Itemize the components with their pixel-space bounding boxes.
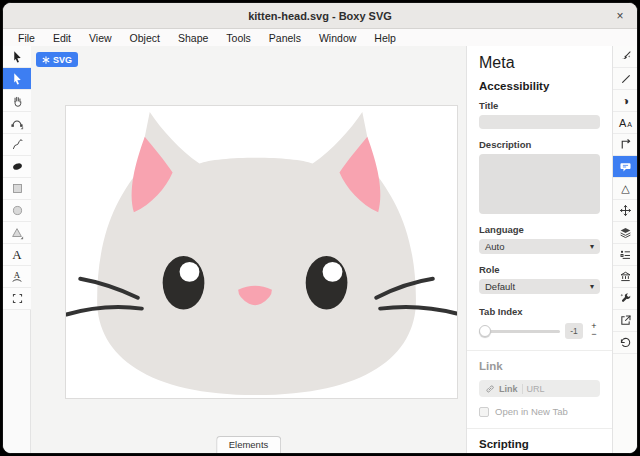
- url-placeholder: URL: [527, 384, 545, 394]
- slider-track: [479, 330, 560, 333]
- polygon-tool-button[interactable]: [3, 222, 31, 244]
- menu-object[interactable]: Object: [121, 32, 169, 44]
- edit-points-tool-button[interactable]: [3, 68, 31, 90]
- menu-edit[interactable]: Edit: [44, 32, 80, 44]
- decrement-button[interactable]: −: [588, 331, 600, 339]
- hand-icon: [11, 94, 24, 108]
- tab-stroke[interactable]: [613, 68, 638, 90]
- description-textarea[interactable]: [479, 154, 600, 214]
- menu-tools[interactable]: Tools: [217, 32, 260, 44]
- rectangle-tool-button[interactable]: [3, 178, 31, 200]
- tab-fill[interactable]: [613, 46, 638, 68]
- right-eye-highlight[interactable]: [323, 262, 343, 282]
- menu-file[interactable]: File: [9, 32, 44, 44]
- kitten-drawing[interactable]: [66, 106, 457, 398]
- panel-tab-strip: ◑ AA △: [612, 46, 637, 453]
- tab-defs[interactable]: [613, 266, 638, 288]
- role-value: Default: [485, 281, 515, 292]
- paint-brush-icon: [619, 50, 632, 63]
- language-select[interactable]: Auto ▾: [479, 239, 600, 254]
- chevron-down-icon: ▾: [590, 282, 594, 291]
- menu-view[interactable]: View: [80, 32, 121, 44]
- svg-chip-label: SVG: [53, 55, 72, 65]
- text-on-path-icon: A: [10, 270, 24, 284]
- menu-panels[interactable]: Panels: [260, 32, 310, 44]
- blob-tool-button[interactable]: [3, 156, 31, 178]
- stroke-line-icon: [620, 73, 632, 85]
- wrench-sparkle-icon: [619, 292, 632, 305]
- path-tool-button[interactable]: [3, 112, 31, 134]
- tab-objects[interactable]: [613, 244, 638, 266]
- title-field-label: Title: [479, 100, 600, 111]
- svg-text:A: A: [14, 270, 21, 280]
- move-arrows-icon: [619, 204, 632, 217]
- open-new-tab-label: Open in New Tab: [495, 406, 568, 417]
- select-tool-button[interactable]: [3, 46, 31, 68]
- tab-shape[interactable]: △: [613, 178, 638, 200]
- menu-bar: File Edit View Object Shape Tools Panels…: [3, 29, 637, 46]
- section-divider: [467, 428, 612, 429]
- title-input[interactable]: [479, 115, 600, 129]
- select-cursor-icon: [11, 50, 24, 64]
- tab-index-stepper: + −: [588, 323, 600, 339]
- elements-panel-tab[interactable]: Elements: [216, 436, 282, 453]
- edit-cursor-icon: [11, 72, 24, 86]
- export-icon: [619, 314, 632, 327]
- view-tool-button[interactable]: [3, 288, 31, 310]
- triangle-icon: [10, 226, 24, 240]
- tab-export[interactable]: [613, 310, 638, 332]
- slider-knob[interactable]: [479, 325, 491, 337]
- tab-compositing[interactable]: ◑: [613, 90, 638, 112]
- meta-panel: Meta Accessibility Title Description Lan…: [466, 46, 612, 453]
- text-tool-icon: A: [12, 247, 21, 263]
- language-value: Auto: [485, 241, 505, 252]
- tab-history[interactable]: [613, 332, 638, 354]
- tab-index-slider[interactable]: [479, 325, 560, 337]
- list-icon: [619, 248, 632, 261]
- curve-path-icon: [10, 116, 24, 130]
- title-bar: kitten-head.svg - Boxy SVG ×: [3, 3, 637, 29]
- menu-window[interactable]: Window: [310, 32, 365, 44]
- tab-generators[interactable]: [613, 288, 638, 310]
- close-icon[interactable]: ×: [613, 9, 627, 23]
- input-divider: [522, 384, 523, 394]
- pencil-tool-button[interactable]: [3, 134, 31, 156]
- viewbox-brackets-icon: [11, 292, 24, 305]
- checkbox-icon[interactable]: [479, 407, 489, 417]
- tab-index-field-label: Tab Index: [479, 306, 600, 317]
- description-field-label: Description: [479, 139, 600, 150]
- layers-icon: [619, 226, 632, 239]
- ellipse-tool-button[interactable]: [3, 200, 31, 222]
- left-toolbar: A A: [3, 46, 31, 453]
- role-select[interactable]: Default ▾: [479, 279, 600, 294]
- text-tool-button[interactable]: A: [3, 244, 31, 266]
- open-new-tab-row[interactable]: Open in New Tab: [479, 406, 600, 417]
- menu-help[interactable]: Help: [365, 32, 405, 44]
- tab-geometry[interactable]: [613, 134, 638, 156]
- artboard[interactable]: [65, 105, 458, 399]
- ellipse-icon: [11, 204, 24, 217]
- menu-shape[interactable]: Shape: [169, 32, 217, 44]
- window-title: kitten-head.svg - Boxy SVG: [248, 10, 392, 22]
- canvas-area[interactable]: SVG: [31, 46, 466, 453]
- tab-arrangement[interactable]: [613, 222, 638, 244]
- link-url-input[interactable]: Link URL: [479, 380, 600, 397]
- corner-ruler-icon: [619, 138, 632, 151]
- tab-index-value: -1: [565, 323, 583, 339]
- role-field-label: Role: [479, 264, 600, 275]
- tab-meta[interactable]: [613, 156, 638, 178]
- pan-tool-button[interactable]: [3, 90, 31, 112]
- tab-typography[interactable]: AA: [613, 112, 638, 134]
- panel-title: Meta: [479, 54, 600, 72]
- tab-transforms[interactable]: [613, 200, 638, 222]
- rectangle-icon: [11, 182, 24, 195]
- typography-icon: AA: [619, 117, 632, 129]
- triangle-outline-icon: △: [621, 182, 629, 195]
- link-heading: Link: [479, 360, 600, 372]
- svg-element-chip[interactable]: SVG: [36, 52, 78, 67]
- accessibility-heading: Accessibility: [479, 80, 600, 92]
- scripting-heading: Scripting: [479, 438, 600, 450]
- freehand-pencil-icon: [11, 138, 24, 151]
- text-path-tool-button[interactable]: A: [3, 266, 31, 288]
- left-eye-highlight[interactable]: [180, 262, 200, 282]
